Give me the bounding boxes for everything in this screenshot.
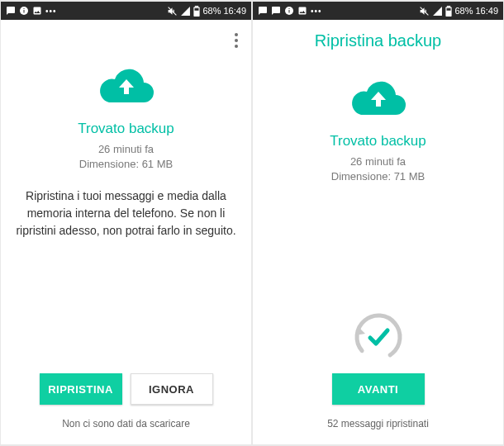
info-icon — [19, 6, 29, 16]
cloud-upload-icon — [97, 66, 155, 109]
svg-rect-8 — [289, 10, 290, 13]
status-right-icons: 68% 16:49 — [419, 6, 498, 17]
status-right-icons: 68% 16:49 — [167, 6, 246, 17]
more-notifications-icon: ••• — [45, 7, 57, 16]
status-bar: ••• 68% 16:49 — [253, 2, 503, 20]
backup-time-ago: 26 minuti fa — [350, 155, 406, 168]
bottom-caption: Non ci sono dati da scaricare — [62, 418, 190, 429]
backup-found-heading: Trovato backup — [330, 133, 426, 149]
svg-point-14 — [352, 311, 405, 363]
overflow-menu-icon[interactable] — [231, 30, 241, 51]
battery-percent: 68% — [454, 6, 473, 16]
status-left-icons: ••• — [6, 6, 57, 16]
svg-rect-4 — [195, 6, 198, 7]
restore-complete-icon — [352, 311, 405, 363]
info-icon — [284, 6, 294, 16]
svg-rect-9 — [289, 8, 290, 9]
phone-screen-right: ••• 68% 16:49 Ripristina backup — [253, 2, 503, 444]
svg-rect-6 — [195, 7, 199, 10]
clock: 16:49 — [223, 6, 246, 16]
page-title: Ripristina backup — [315, 31, 441, 50]
signal-icon — [432, 6, 443, 17]
svg-rect-13 — [447, 7, 451, 10]
battery-percent: 68% — [202, 6, 221, 16]
backup-found-heading: Trovato backup — [78, 121, 174, 137]
next-button[interactable]: AVANTI — [332, 373, 425, 405]
ignore-button[interactable]: IGNORA — [131, 373, 213, 405]
cloud-upload-icon — [349, 78, 407, 121]
backup-size: Dimensione: 71 MB — [331, 170, 425, 183]
phone-screen-left: ••• 68% 16:49 — [1, 2, 251, 444]
svg-rect-1 — [24, 10, 25, 13]
backup-time-ago: 26 minuti fa — [98, 143, 154, 155]
bottom-caption: 52 messaggi ripristinati — [327, 418, 429, 429]
restore-button[interactable]: RIPRISTINA — [40, 373, 122, 405]
battery-icon — [445, 6, 452, 17]
backup-size: Dimensione: 61 MB — [79, 158, 173, 170]
svg-rect-11 — [447, 6, 450, 7]
clock: 16:49 — [475, 6, 498, 16]
image-icon — [297, 6, 307, 16]
mute-icon — [419, 6, 430, 17]
svg-rect-2 — [24, 8, 25, 9]
battery-icon — [193, 6, 200, 17]
restore-description: Ripristina i tuoi messaggi e media dalla… — [11, 187, 241, 240]
chat-icon-2 — [271, 6, 281, 16]
backup-meta: 26 minuti fa Dimensione: 71 MB — [331, 154, 425, 183]
backup-meta: 26 minuti fa Dimensione: 61 MB — [79, 142, 173, 171]
chat-icon — [258, 6, 268, 16]
status-bar: ••• 68% 16:49 — [1, 2, 251, 20]
status-left-icons: ••• — [258, 6, 322, 16]
image-icon — [32, 6, 42, 16]
signal-icon — [180, 6, 191, 17]
button-row: RIPRISTINA IGNORA — [40, 373, 213, 405]
mute-icon — [167, 6, 178, 17]
more-notifications-icon: ••• — [311, 7, 322, 16]
chat-icon — [6, 6, 16, 16]
